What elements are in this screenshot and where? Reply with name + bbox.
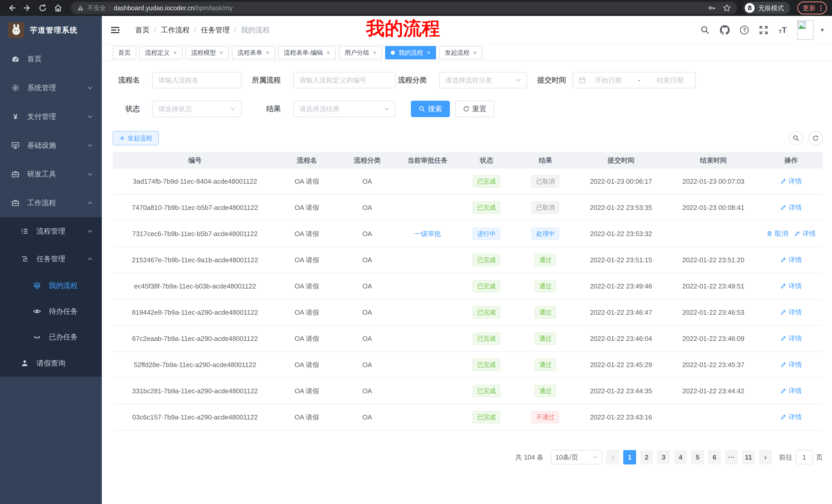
breadcrumb-item[interactable]: 任务管理 (201, 25, 230, 35)
search-button[interactable]: 搜索 (411, 101, 450, 117)
page-size-select[interactable]: 10条/页 (551, 450, 602, 465)
status-badge: 已完成 (473, 175, 500, 188)
browser-toolbar: 不安全 dashboard.yudao.iocoder.cn/bpm/task/… (0, 0, 832, 16)
close-icon[interactable]: × (173, 50, 177, 56)
sidebar-item-done-tasks[interactable]: 已办任务 (0, 324, 102, 350)
current-task-link[interactable]: 一级审批 (414, 229, 441, 239)
page-button[interactable]: 2 (640, 450, 653, 465)
back-icon[interactable] (5, 1, 19, 15)
breadcrumb-item[interactable]: 工作流程 (161, 25, 190, 35)
tab-process-model[interactable]: 流程模型× (186, 46, 229, 59)
next-page-button[interactable]: › (759, 450, 772, 465)
update-label: 更新 (803, 4, 815, 12)
detail-link[interactable]: 详情 (780, 177, 802, 186)
sidebar-item-workflow[interactable]: 工作流程 (0, 189, 102, 217)
close-icon[interactable]: × (373, 50, 376, 56)
close-icon[interactable]: × (266, 50, 269, 56)
more-pages-button[interactable]: ··· (725, 450, 738, 465)
result-badge: 通过 (535, 359, 556, 371)
sidebar-item-devtools[interactable]: 研发工具 (0, 160, 102, 189)
sidebar-item-my-process[interactable]: 我的流程 (0, 273, 102, 299)
tab-home[interactable]: 首页 (113, 46, 136, 59)
cancel-link[interactable]: 取消 (766, 229, 788, 238)
start-date-placeholder[interactable]: 开始日期 (589, 76, 628, 85)
status-select[interactable]: 请选择状态 (152, 101, 242, 117)
header-actions: ? TT ▼ (700, 20, 832, 40)
reload-icon[interactable] (36, 1, 49, 15)
detail-link[interactable]: 详情 (780, 386, 802, 395)
fullscreen-icon[interactable] (759, 25, 768, 35)
detail-link[interactable]: 详情 (780, 308, 802, 317)
category-label: 流程分类 (398, 75, 427, 85)
page-button[interactable]: 3 (657, 450, 670, 465)
breadcrumb-item[interactable]: 首页 (135, 25, 150, 35)
page-button[interactable]: 1 (623, 450, 636, 465)
cell-id: 3ad174fb-7b9d-11ec-8404-acde48001122 (113, 169, 278, 194)
sidebar-item-system[interactable]: 系统管理 (0, 74, 102, 102)
tab-start-process[interactable]: 发起流程× (439, 46, 482, 59)
search-icon[interactable] (700, 25, 710, 35)
bookmark-star-icon[interactable] (723, 4, 731, 12)
close-icon[interactable]: × (219, 50, 223, 56)
tab-process-definition[interactable]: 流程定义× (139, 46, 183, 59)
detail-link[interactable]: 详情 (780, 282, 802, 290)
home-icon[interactable] (51, 1, 65, 15)
result-badge: 通过 (535, 306, 556, 318)
show-search-icon-button[interactable] (789, 131, 803, 145)
detail-link[interactable]: 详情 (780, 334, 802, 343)
result-badge: 通过 (535, 385, 556, 397)
forward-icon[interactable] (21, 1, 34, 15)
close-icon[interactable]: × (473, 50, 477, 56)
close-icon[interactable]: × (427, 50, 431, 56)
help-icon[interactable]: ? (740, 26, 749, 34)
start-process-button[interactable]: 发起流程 (113, 131, 159, 145)
prev-page-button[interactable]: ‹ (606, 450, 619, 465)
sidebar-item-task-mgmt[interactable]: 任务管理 (0, 245, 102, 273)
page-button[interactable]: 11 (742, 450, 755, 465)
sidebar-item-home[interactable]: 首页 (0, 45, 102, 74)
page-button[interactable]: 4 (674, 450, 687, 465)
avatar[interactable] (797, 20, 813, 40)
sidebar-item-infra[interactable]: 基础设施 (0, 131, 102, 160)
github-icon[interactable] (720, 25, 730, 35)
category-select[interactable]: 请选择流程分类 (439, 72, 527, 88)
chevron-up-icon (87, 201, 93, 204)
key-icon[interactable] (708, 4, 716, 12)
detail-link[interactable]: 详情 (780, 255, 802, 264)
collapse-menu-icon[interactable] (111, 26, 120, 34)
sidebar-item-leave-query[interactable]: 请假查询 (0, 350, 102, 376)
incognito-badge: 无痕模式 (743, 2, 790, 14)
sidebar-item-todo-tasks[interactable]: 待办任务 (0, 299, 102, 324)
font-size-icon[interactable]: TT (779, 26, 787, 34)
detail-link[interactable]: 详情 (780, 413, 802, 422)
page-button[interactable]: 6 (708, 450, 721, 465)
security-label[interactable]: 不安全 (87, 4, 106, 12)
detail-link[interactable]: 详情 (794, 229, 816, 238)
process-name-input[interactable]: 请输入流程名 (152, 72, 242, 88)
sidebar-item-process-mgmt[interactable]: 流程管理 (0, 217, 102, 245)
detail-link[interactable]: 详情 (780, 360, 802, 369)
close-icon[interactable]: × (327, 50, 330, 56)
browser-menu-icon[interactable] (820, 5, 822, 11)
tab-process-form-edit[interactable]: 流程表单-编辑× (278, 46, 336, 59)
result-select[interactable]: 请选择流结果 (293, 101, 395, 117)
tab-my-process[interactable]: 我的流程× (385, 46, 436, 59)
refresh-icon-button[interactable] (808, 131, 823, 145)
goto-page-input[interactable]: 1 (796, 450, 813, 465)
tab-user-group[interactable]: 用户分组× (339, 46, 382, 59)
sidebar-item-payment[interactable]: ¥ 支付管理 (0, 102, 102, 131)
tab-process-form[interactable]: 流程表单× (232, 46, 275, 59)
chevron-down-icon (230, 107, 235, 110)
table-action-row: 发起流程 (113, 131, 823, 145)
end-date-placeholder[interactable]: 结束日期 (650, 76, 690, 85)
url-bar[interactable]: 不安全 dashboard.yudao.iocoder.cn/bpm/task/… (71, 2, 737, 14)
reset-button[interactable]: 重置 (455, 101, 494, 117)
chevron-down-icon[interactable]: ▼ (820, 27, 825, 33)
breadcrumb: 首页 / 工作流程 / 任务管理 / 我的流程 (135, 25, 270, 35)
update-button[interactable]: 更新 (797, 2, 827, 15)
definition-input[interactable]: 请输入流程定义的编号 (293, 72, 395, 88)
col-result: 结果 (516, 152, 575, 169)
page-button[interactable]: 5 (691, 450, 704, 465)
detail-link[interactable]: 详情 (780, 203, 802, 212)
submit-time-range-picker[interactable]: 开始日期 - 结束日期 (572, 72, 696, 88)
